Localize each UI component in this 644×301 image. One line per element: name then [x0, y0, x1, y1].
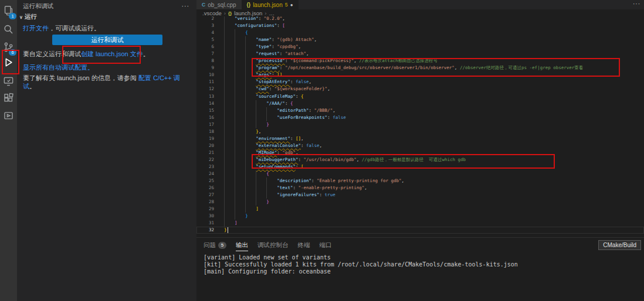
output-line: [variant] Loaded new set of variants [204, 254, 642, 261]
sidebar-item-search[interactable] [0, 20, 17, 38]
customize-hint: 要自定义运行和调试创建 launch.json 文件。 [23, 50, 192, 58]
line-number: 30 [196, 213, 214, 220]
line-number: 7 [196, 50, 214, 57]
breadcrumb: .vscode › {} launch.json › … [196, 9, 644, 16]
editor-more-actions[interactable]: ··· [633, 1, 640, 9]
editor-group: C ob_sql.cpp {} launch.json 5 ● ··· .vsc… [196, 0, 644, 237]
line-number: 26 [196, 184, 214, 191]
line-number: 29 [196, 206, 214, 213]
run-and-debug-button[interactable]: 运行和调试 [52, 35, 162, 45]
problems-count-badge: 5 [218, 242, 226, 249]
chevron-down-icon: ∨ [19, 15, 23, 20]
breadcrumb-separator: › [224, 10, 226, 16]
run-debug-sidebar: 运行和调试 ··· ∨运行 打开文件，可调试或运行。 运行和调试 要自定义运行和… [17, 0, 196, 301]
code-line[interactable]: 9"program": "/opt/oceanbase/build_debug/… [196, 64, 644, 71]
line-number: 19 [196, 135, 214, 142]
line-number: 5 [196, 36, 214, 43]
run-section-header[interactable]: ∨运行 [19, 13, 37, 21]
code-line[interactable]: 24{ [196, 170, 644, 177]
line-number: 32 [196, 227, 214, 234]
code-line[interactable]: 12"cwd": "${workspaceFolder}", [196, 85, 644, 93]
line-number: 13 [196, 93, 214, 100]
tab-ob-sql-cpp[interactable]: C ob_sql.cpp [196, 0, 242, 9]
code-line[interactable]: 29] [196, 206, 644, 213]
line-number: 10 [196, 71, 214, 78]
line-number: 6 [196, 43, 214, 50]
panel-tab-bar: 问题5输出调试控制台终端端口 [204, 241, 332, 251]
code-line[interactable]: 14"/AAA/": { [196, 100, 644, 107]
line-number: 22 [196, 156, 214, 163]
code-line[interactable]: 13"sourceFileMap": { [196, 93, 644, 100]
code-line[interactable]: 6"type": "cppdbg", [196, 43, 644, 50]
line-number: 4 [196, 29, 214, 36]
cpp-file-icon: C [202, 2, 205, 8]
tab-problem-badge: 5 [285, 2, 288, 8]
line-number: 15 [196, 107, 214, 114]
bottom-panel: 问题5输出调试控制台终端端口 CMake/Build [variant] Loa… [196, 237, 644, 301]
code-line[interactable]: 4{ [196, 29, 644, 36]
open-file-link[interactable]: 打开文件 [23, 25, 49, 32]
panel-tab-端口[interactable]: 端口 [320, 241, 332, 251]
code-line[interactable]: 5"name": "(gdb) Attach", [196, 36, 644, 43]
sidebar-item-explorer[interactable]: 1 [0, 2, 17, 19]
line-number: 23 [196, 163, 214, 170]
modified-dot-icon: ● [290, 2, 293, 8]
run-debug-icon [3, 57, 14, 68]
code-line[interactable]: 25"description": "Enable pretty-printing… [196, 177, 644, 184]
sidebar-title: 运行和调试 [23, 2, 54, 9]
code-line[interactable]: 7"request": "attach", [196, 50, 644, 57]
panel-tab-问题[interactable]: 问题5 [204, 241, 226, 251]
line-number: 11 [196, 78, 214, 85]
panel-tab-终端[interactable]: 终端 [298, 241, 310, 251]
panel-tab-输出[interactable]: 输出 [236, 241, 248, 251]
code-line[interactable]: 10"args": [], [196, 71, 644, 78]
sidebar-more-actions[interactable]: ··· [182, 2, 190, 9]
breadcrumb-separator: › [265, 10, 266, 16]
sidebar-item-run-debug[interactable] [0, 53, 17, 71]
line-number: 31 [196, 220, 214, 227]
sidebar-item-test-remote[interactable] [0, 72, 17, 90]
sidebar-item-extensions[interactable] [0, 89, 17, 107]
code-line[interactable]: 17} [196, 121, 644, 128]
show-auto-configs-link[interactable]: 显示所有自动调试配置。 [23, 64, 94, 71]
code-line[interactable]: 3"configurations": [ [196, 22, 644, 29]
extensions-icon [3, 93, 14, 104]
json-file-icon: {} [228, 11, 232, 16]
line-number: 24 [196, 170, 214, 177]
code-line[interactable]: 32} [196, 227, 644, 234]
line-number: 27 [196, 191, 214, 199]
code-line[interactable]: 26"text": "-enable-pretty-printing", [196, 184, 644, 191]
editor-tab-bar: C ob_sql.cpp {} launch.json 5 ● [196, 0, 644, 9]
code-line[interactable]: 30} [196, 213, 644, 220]
line-number: 3 [196, 22, 214, 29]
code-line[interactable]: 19"environment": [], [196, 135, 644, 142]
activity-badge: 1 [9, 13, 16, 19]
line-number: 20 [196, 142, 214, 149]
launch-json-info-hint: 要了解有关 launch.json 的信息，请参阅 配置 C/C++ 调试。 [23, 74, 192, 90]
line-number: 8 [196, 57, 214, 64]
code-line[interactable]: 28} [196, 199, 644, 206]
sidebar-item-remote-explorer[interactable] [0, 107, 17, 124]
code-line[interactable]: 11"stopAtEntry": false, [196, 78, 644, 85]
code-line[interactable]: 16"useForBreakpoints": false [196, 114, 644, 121]
panel-tab-调试控制台[interactable]: 调试控制台 [257, 241, 289, 251]
open-file-hint: 打开文件，可调试或运行。 [23, 24, 192, 32]
code-line[interactable]: 8"processId": "${command:pickProcess}", … [196, 57, 644, 64]
tab-launch-json[interactable]: {} launch.json 5 ● [242, 0, 299, 9]
code-line[interactable]: 18}, [196, 128, 644, 135]
output-channel-selector[interactable]: CMake/Build [598, 240, 641, 250]
code-lines: 2"version": "0.2.0",3"configurations": [… [196, 15, 644, 237]
code-line[interactable]: 31] [196, 220, 644, 227]
code-line[interactable]: 27"ignoreFailures": true [196, 191, 644, 199]
breadcrumb-launch-json[interactable]: launch.json [234, 10, 262, 16]
line-number: 12 [196, 85, 214, 93]
code-line[interactable]: 21"MIMode": "gdb", [196, 149, 644, 156]
breadcrumb-symbol[interactable]: … [269, 10, 274, 16]
code-line[interactable]: 23"setupCommands": [ [196, 163, 644, 170]
breadcrumb-vscode[interactable]: .vscode [202, 10, 222, 16]
code-line[interactable]: 15"editorPath": "/BBB/", [196, 107, 644, 114]
code-line[interactable]: 20"externalConsole": false, [196, 142, 644, 149]
code-line[interactable]: 22"miDebuggerPath": "/usr/local/bin/gdb"… [196, 156, 644, 163]
activity-bar: 1 6 [0, 0, 17, 301]
create-launch-json-link[interactable]: 创建 launch.json 文件 [81, 50, 143, 57]
